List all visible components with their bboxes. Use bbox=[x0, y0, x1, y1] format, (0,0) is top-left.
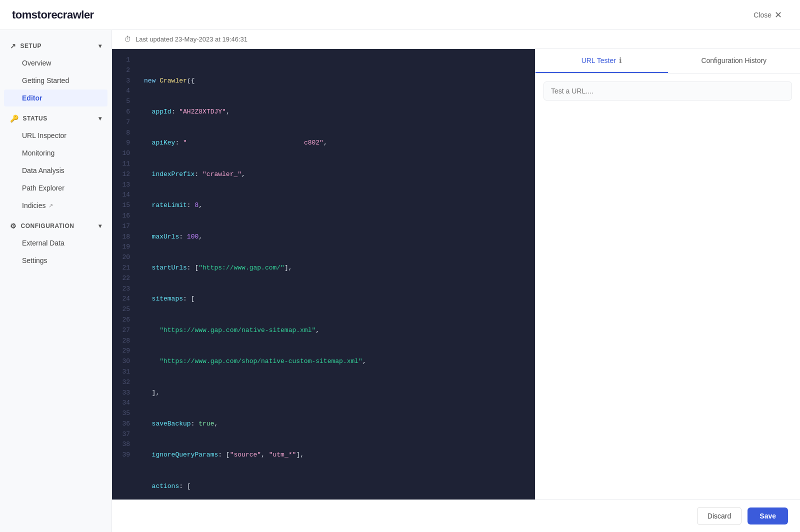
tab-configuration-history-label: Configuration History bbox=[701, 56, 766, 64]
info-icon: ℹ bbox=[619, 56, 622, 65]
sidebar-item-overview[interactable]: Overview bbox=[4, 54, 108, 72]
status-text: Last updated 23-May-2023 at 19:46:31 bbox=[136, 36, 248, 43]
editor-panel-layout: 1 2 3 4 5 6 7 8 9 10 11 12 13 bbox=[112, 49, 800, 500]
config-label: CONFIGURATION bbox=[21, 222, 74, 230]
code-content: 1 2 3 4 5 6 7 8 9 10 11 12 13 bbox=[112, 49, 535, 500]
sidebar-item-getting-started[interactable]: Getting Started bbox=[4, 72, 108, 89]
close-icon: ✕ bbox=[774, 10, 782, 20]
sidebar-section-config-header[interactable]: ⚙ CONFIGURATION ▾ bbox=[0, 218, 112, 234]
chevron-down-icon: ▾ bbox=[98, 222, 102, 230]
content-area: ⏱ Last updated 23-May-2023 at 19:46:31 1… bbox=[112, 30, 800, 532]
code-lines: new Crawler({ appId: "AH2Z8XTDJY", apiKe… bbox=[136, 49, 535, 500]
header: tomstorecrawler Close ✕ bbox=[0, 0, 800, 30]
setup-icon: ↗ bbox=[10, 42, 16, 50]
sidebar-section-setup: ↗ SETUP ▾ Overview Getting Started Edito… bbox=[0, 38, 112, 106]
url-test-input[interactable] bbox=[544, 82, 792, 100]
line-numbers: 1 2 3 4 5 6 7 8 9 10 11 12 13 bbox=[112, 49, 136, 500]
setup-label: SETUP bbox=[20, 42, 42, 50]
status-label: STATUS bbox=[23, 115, 48, 122]
gear-icon: ⚙ bbox=[10, 222, 17, 230]
tab-url-tester-label: URL Tester bbox=[582, 56, 616, 64]
tab-url-tester[interactable]: URL Tester ℹ bbox=[536, 49, 668, 73]
sidebar-item-external-data[interactable]: External Data bbox=[4, 234, 108, 252]
chevron-down-icon: ▾ bbox=[98, 42, 102, 50]
sidebar-item-editor[interactable]: Editor bbox=[4, 90, 108, 106]
status-bar: ⏱ Last updated 23-May-2023 at 19:46:31 bbox=[112, 30, 800, 49]
code-editor[interactable]: 1 2 3 4 5 6 7 8 9 10 11 12 13 bbox=[112, 49, 535, 500]
sidebar-item-monitoring[interactable]: Monitoring bbox=[4, 144, 108, 162]
external-link-icon: ↗ bbox=[48, 202, 53, 209]
header-actions: Close ✕ bbox=[748, 6, 788, 24]
tab-configuration-history[interactable]: Configuration History bbox=[668, 49, 800, 73]
chevron-down-icon: ▾ bbox=[98, 115, 102, 122]
close-label: Close bbox=[754, 11, 772, 19]
sidebar-item-data-analysis[interactable]: Data Analysis bbox=[4, 162, 108, 179]
main-layout: ↗ SETUP ▾ Overview Getting Started Edito… bbox=[0, 30, 800, 532]
save-button[interactable]: Save bbox=[748, 508, 788, 524]
sidebar-item-settings[interactable]: Settings bbox=[4, 252, 108, 269]
sidebar-section-status: 🔑 STATUS ▾ URL Inspector Monitoring Data… bbox=[0, 110, 112, 214]
sidebar-section-status-header[interactable]: 🔑 STATUS ▾ bbox=[0, 110, 112, 126]
right-panel: URL Tester ℹ Configuration History bbox=[535, 49, 800, 500]
key-icon: 🔑 bbox=[10, 114, 19, 122]
sidebar-item-indicies[interactable]: Indicies ↗ bbox=[4, 197, 108, 214]
sidebar-section-setup-header[interactable]: ↗ SETUP ▾ bbox=[0, 38, 112, 54]
sidebar-section-configuration: ⚙ CONFIGURATION ▾ External Data Settings bbox=[0, 218, 112, 269]
discard-button[interactable]: Discard bbox=[697, 507, 742, 525]
app-logo: tomstorecrawler bbox=[12, 8, 94, 22]
sidebar-item-path-explorer[interactable]: Path Explorer bbox=[4, 180, 108, 196]
close-button[interactable]: Close ✕ bbox=[748, 6, 788, 24]
panel-content bbox=[536, 74, 800, 500]
clock-icon: ⏱ bbox=[124, 35, 132, 44]
panel-tabs: URL Tester ℹ Configuration History bbox=[536, 49, 800, 74]
bottom-bar: Discard Save bbox=[112, 500, 800, 532]
sidebar: ↗ SETUP ▾ Overview Getting Started Edito… bbox=[0, 30, 112, 532]
sidebar-item-url-inspector[interactable]: URL Inspector bbox=[4, 127, 108, 144]
